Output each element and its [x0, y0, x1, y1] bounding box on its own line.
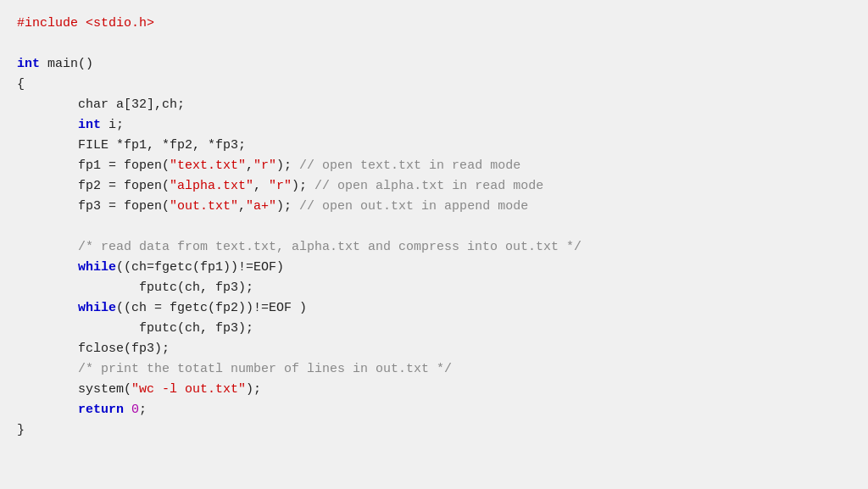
code-token: ); — [276, 197, 299, 217]
code-token: fputc(ch, fp3); — [17, 319, 253, 339]
code-token: /* read data from text.txt, alpha.txt an… — [78, 237, 581, 258]
code-token: "r" — [253, 156, 276, 176]
code-token: 0 — [131, 400, 139, 420]
code-token: ); — [246, 380, 261, 400]
code-token: , — [253, 176, 269, 197]
code-token: fputc(ch, fp3); — [17, 278, 253, 298]
code-line: int i; — [17, 115, 851, 136]
code-token: int — [78, 115, 101, 136]
code-line: FILE *fp1, *fp2, *fp3; — [17, 136, 851, 156]
code-line: char a[32],ch; — [17, 95, 851, 115]
code-line: fputc(ch, fp3); — [17, 278, 851, 298]
code-token: ((ch = fgetc(fp2))!=EOF ) — [116, 298, 307, 319]
code-token: "a+" — [246, 197, 276, 217]
code-token: , — [246, 156, 253, 176]
code-token — [17, 115, 78, 136]
code-line: fp2 = fopen("alpha.txt", "r"); // open a… — [17, 176, 851, 197]
code-line: int main() — [17, 54, 851, 75]
code-token: FILE *fp1, *fp2, *fp3; — [17, 136, 246, 156]
code-token: ; — [139, 400, 147, 420]
code-line — [17, 34, 851, 54]
code-line: system("wc -l out.txt"); — [17, 380, 851, 400]
code-token — [17, 359, 78, 380]
code-token: "r" — [269, 176, 292, 197]
code-token — [124, 400, 131, 420]
code-block: #include <stdio.h> int main(){ char a[32… — [17, 14, 851, 441]
code-token — [17, 258, 78, 278]
code-line: while((ch=fgetc(fp1))!=EOF) — [17, 258, 851, 278]
code-line: } — [17, 420, 851, 441]
code-line: fputc(ch, fp3); — [17, 319, 851, 339]
code-token: system( — [17, 380, 131, 400]
code-token: while — [78, 298, 116, 319]
code-token: #include <stdio.h> — [17, 14, 154, 34]
code-token: while — [78, 258, 116, 278]
code-token: "out.txt" — [170, 197, 238, 217]
code-token: "text.txt" — [170, 156, 246, 176]
code-token — [17, 400, 78, 420]
code-token: ); — [292, 176, 314, 197]
code-line — [17, 217, 851, 237]
code-line: fclose(fp3); — [17, 339, 851, 359]
code-token: "wc -l out.txt" — [131, 380, 246, 400]
code-token: i; — [101, 115, 124, 136]
code-line: return 0; — [17, 400, 851, 420]
code-line: #include <stdio.h> — [17, 14, 851, 34]
code-line: /* read data from text.txt, alpha.txt an… — [17, 237, 851, 258]
code-token: char a[32],ch; — [17, 95, 185, 115]
code-editor: #include <stdio.h> int main(){ char a[32… — [0, 0, 868, 489]
code-token: // open alpha.txt in read mode — [314, 176, 543, 197]
code-token: // open text.txt in read mode — [299, 156, 520, 176]
code-token: } — [17, 420, 25, 441]
code-token: ((ch=fgetc(fp1))!=EOF) — [116, 258, 284, 278]
code-line: { — [17, 75, 851, 95]
code-token: fp2 = fopen( — [17, 176, 170, 197]
code-token: /* print the totatl number of lines in o… — [78, 359, 452, 380]
code-line: /* print the totatl number of lines in o… — [17, 359, 851, 380]
code-token — [17, 237, 78, 258]
code-token: main() — [40, 54, 93, 75]
code-token: fclose(fp3); — [17, 339, 170, 359]
code-token: ); — [276, 156, 299, 176]
code-token: { — [17, 75, 25, 95]
code-token: // open out.txt in append mode — [299, 197, 528, 217]
code-token: fp3 = fopen( — [17, 197, 170, 217]
code-token: fp1 = fopen( — [17, 156, 170, 176]
code-line: while((ch = fgetc(fp2))!=EOF ) — [17, 298, 851, 319]
code-token: "alpha.txt" — [170, 176, 253, 197]
code-token: , — [238, 197, 246, 217]
code-line: fp1 = fopen("text.txt","r"); // open tex… — [17, 156, 851, 176]
code-line: fp3 = fopen("out.txt","a+"); // open out… — [17, 197, 851, 217]
code-token: return — [78, 400, 124, 420]
code-token: int — [17, 54, 40, 75]
code-token — [17, 298, 78, 319]
